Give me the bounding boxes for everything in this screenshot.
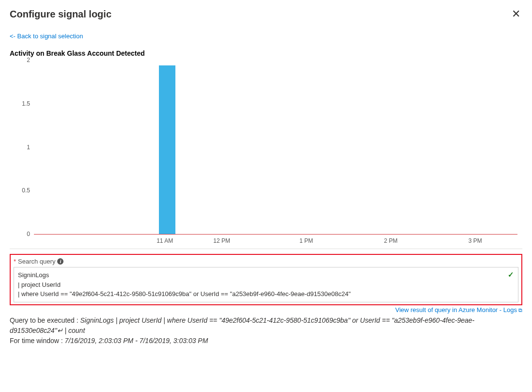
x-tick: 2 PM	[348, 237, 433, 244]
close-icon[interactable]: ✕	[510, 9, 522, 19]
y-tick: 2	[13, 57, 30, 63]
back-to-signal-link[interactable]: <- Back to signal selection	[10, 32, 83, 40]
chart-baseline	[34, 234, 517, 235]
y-tick: 0	[13, 231, 30, 237]
view-result-link[interactable]: View result of query in Azure Monitor - …	[10, 306, 522, 314]
chart: 0 0.5 1 1.5 2 11 AM 12 PM 1 PM 2 PM 3 PM	[10, 60, 522, 249]
search-query-label-text: Search query	[18, 258, 55, 265]
search-query-input[interactable]: ✓ SigninLogs | project UserId | where Us…	[14, 267, 518, 302]
query-line: | project UserId	[18, 280, 514, 290]
panel-title: Configure signal logic	[10, 9, 111, 20]
x-tick: 12 PM	[179, 237, 264, 244]
window-prefix: For time window :	[10, 337, 65, 345]
search-query-label: * Search query i	[14, 258, 518, 265]
section-title: Activity on Break Glass Account Detected	[10, 49, 522, 57]
x-tick: 1 PM	[264, 237, 348, 244]
query-meta: Query to be executed : SigninLogs | proj…	[10, 315, 522, 346]
required-star-icon: *	[14, 258, 16, 265]
x-tick: 3 PM	[433, 237, 517, 244]
y-tick: 0.5	[13, 187, 30, 194]
x-tick: 11 AM	[34, 237, 179, 244]
x-axis: 11 AM 12 PM 1 PM 2 PM 3 PM	[34, 235, 517, 244]
chart-bar	[159, 65, 175, 234]
y-tick: 1	[13, 144, 30, 151]
info-icon[interactable]: i	[57, 258, 63, 265]
y-tick: 1.5	[13, 100, 30, 107]
view-result-link-text: View result of query in Azure Monitor - …	[395, 306, 517, 314]
valid-check-icon: ✓	[508, 269, 514, 281]
window-value: 7/16/2019, 2:03:03 PM - 7/16/2019, 3:03:…	[65, 337, 208, 345]
exec-prefix: Query to be executed :	[10, 316, 80, 324]
query-line: SigninLogs	[18, 270, 514, 280]
chart-plot: 0 0.5 1 1.5 2	[34, 60, 517, 235]
external-link-icon: ⧉	[517, 307, 522, 313]
query-line: | where UserId == "49e2f604-5c21-412c-95…	[18, 289, 514, 299]
search-query-section: * Search query i ✓ SigninLogs | project …	[10, 254, 522, 305]
